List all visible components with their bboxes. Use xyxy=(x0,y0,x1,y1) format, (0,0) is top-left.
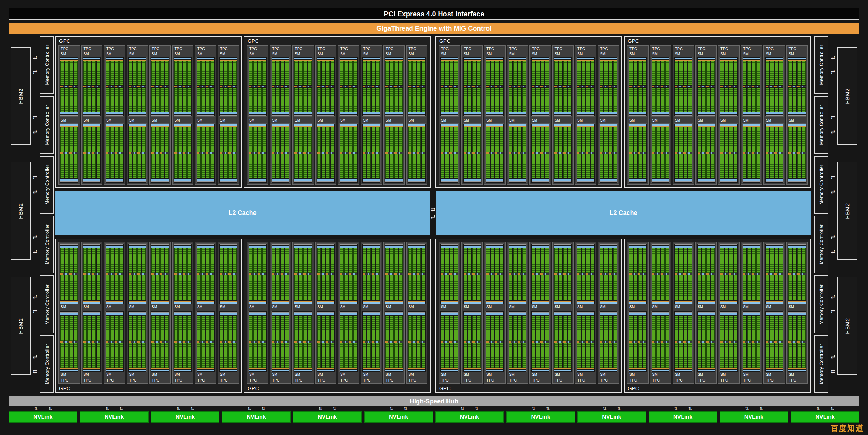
cuda-core-column xyxy=(522,61,526,85)
sm-body xyxy=(554,123,573,183)
tpc-column: TPCSMSM xyxy=(598,242,619,384)
cuda-core-column xyxy=(454,248,458,273)
cuda-core-column xyxy=(178,154,182,178)
cuda-core-column xyxy=(609,154,612,178)
sm-unit: SM xyxy=(195,118,216,184)
cuda-core-column xyxy=(372,127,375,152)
sm-l1-data-cache-bar xyxy=(698,246,715,248)
sm-l1-instruction-cache-bar xyxy=(151,302,169,304)
cuda-core-column xyxy=(450,88,453,112)
sm-texture-units-bar xyxy=(532,181,549,182)
cuda-core-column xyxy=(766,88,769,112)
tpc-strip: TPCSMSMTPCSMSMTPCSMSMTPCSMSMTPCSMSMTPCSM… xyxy=(56,37,241,187)
nvlink-arrows: ⇅⇅ xyxy=(791,406,859,411)
cuda-core-column xyxy=(495,343,499,368)
sm-label: SM xyxy=(764,52,785,57)
cuda-core-column xyxy=(106,88,110,112)
cuda-core-column xyxy=(178,61,182,85)
sm-texture-units-bar xyxy=(600,115,617,116)
cuda-core-column xyxy=(582,316,585,341)
tpc-label: TPC xyxy=(127,46,148,52)
cuda-core-column xyxy=(675,343,678,368)
hbm2-stack: HBM2 xyxy=(11,47,31,145)
sm-texture-units-bar xyxy=(675,181,692,182)
cuda-core-column xyxy=(201,61,205,85)
cuda-core-column xyxy=(743,275,747,300)
sm-l1-instruction-cache-bar xyxy=(220,58,237,59)
cuda-core-column xyxy=(60,127,64,152)
cuda-core-column xyxy=(779,275,783,300)
sm-texture-units-bar xyxy=(720,244,737,245)
tpc-label: TPC xyxy=(598,46,619,52)
cuda-core-column xyxy=(160,154,164,178)
sm-l1-data-cache-bar xyxy=(249,179,266,181)
sm-label: SM xyxy=(59,304,80,310)
sm-special-function-units-bar xyxy=(600,341,617,343)
sm-texture-units-bar xyxy=(317,312,335,313)
sm-l1-instruction-cache-bar xyxy=(294,58,312,59)
nvlink-row: ⇅⇅NVLink⇅⇅NVLink⇅⇅NVLink⇅⇅NVLink⇅⇅NVLink… xyxy=(9,406,859,423)
gpc-row-top: GPCTPCSMSMTPCSMSMTPCSMSMTPCSMSMTPCSMSMTP… xyxy=(55,36,811,188)
sm-l1-data-cache-bar xyxy=(441,313,458,315)
sm-core-grid xyxy=(554,316,572,341)
nvlink-cell: ⇅⇅NVLink xyxy=(506,406,575,423)
sm-warp-scheduler-bar xyxy=(675,301,692,302)
cuda-core-column xyxy=(634,343,637,368)
tpc-column: TPCSMSM xyxy=(104,242,125,384)
sm-warp-scheduler-bar xyxy=(83,126,101,127)
sm-warp-scheduler-bar xyxy=(720,126,737,127)
sm-special-function-units-bar xyxy=(652,152,669,154)
sm-body xyxy=(174,57,192,117)
sm-warp-scheduler-bar xyxy=(652,60,669,61)
cuda-core-column xyxy=(317,275,321,300)
cuda-core-column xyxy=(720,154,724,178)
sm-core-grid xyxy=(464,275,481,300)
sm-texture-units-bar xyxy=(509,312,526,313)
sm-body xyxy=(554,57,573,117)
sm-special-function-units-bar xyxy=(600,152,617,154)
up-down-arrow-icon: ⇅ xyxy=(176,406,180,411)
sm-l1-data-cache-bar xyxy=(600,112,617,114)
cuda-core-column xyxy=(450,275,453,300)
sm-body xyxy=(196,243,215,304)
cuda-core-column xyxy=(281,316,284,341)
sm-warp-scheduler-bar xyxy=(220,126,237,127)
cuda-core-column xyxy=(582,61,585,85)
sm-label: SM xyxy=(787,304,808,310)
sm-core-grid xyxy=(294,154,312,178)
sm-core-grid xyxy=(174,88,192,112)
cuda-core-column xyxy=(756,343,760,368)
sm-core-grid xyxy=(554,61,572,85)
tpc-column: TPCSMSM xyxy=(718,242,740,384)
cuda-core-column xyxy=(747,343,751,368)
cuda-core-column xyxy=(500,316,503,341)
cuda-core-column xyxy=(74,154,78,178)
sm-special-function-units-bar xyxy=(249,86,266,87)
cuda-core-column xyxy=(367,343,371,368)
cuda-core-column xyxy=(797,154,801,178)
sm-body xyxy=(651,243,670,304)
up-down-arrow-icon: ⇅ xyxy=(390,406,393,411)
sm-body xyxy=(485,243,504,304)
cuda-core-column xyxy=(183,61,187,85)
sm-label: SM xyxy=(764,304,785,310)
sm-core-grid xyxy=(363,316,380,341)
tpc-label: TPC xyxy=(173,377,193,383)
cuda-core-column xyxy=(756,248,760,273)
sm-special-function-units-bar xyxy=(509,341,526,343)
sm-core-grid xyxy=(766,154,783,178)
cuda-core-column xyxy=(591,154,594,178)
cuda-core-column xyxy=(661,154,665,178)
cuda-core-column xyxy=(582,127,585,152)
sm-texture-units-bar xyxy=(363,181,380,182)
gpc-block: GPCTPCSMSMTPCSMSMTPCSMSMTPCSMSMTPCSMSMTP… xyxy=(624,36,811,188)
cuda-core-column xyxy=(577,154,581,178)
sm-unit: SM xyxy=(173,310,193,377)
sm-body xyxy=(271,311,290,372)
cuda-core-column xyxy=(634,127,637,152)
sm-texture-units-bar xyxy=(766,244,783,245)
sm-label: SM xyxy=(338,304,359,310)
sm-l1-instruction-cache-bar xyxy=(106,370,123,371)
cuda-core-column xyxy=(802,248,806,273)
tpc-column: TPCSMSM xyxy=(270,45,291,185)
